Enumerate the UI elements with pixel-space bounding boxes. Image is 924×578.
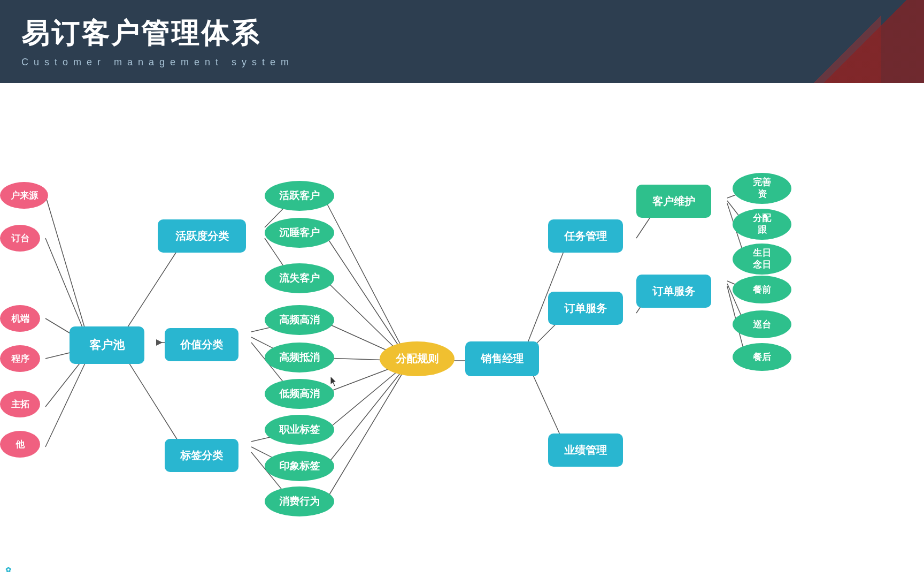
customer-maintain-node[interactable]: 客户维护: [636, 185, 711, 218]
expand-node: 主拓: [0, 391, 40, 417]
order-service-node[interactable]: 订单服务: [548, 292, 623, 325]
svg-line-24: [325, 364, 406, 432]
program-node: 程序: [0, 345, 40, 372]
page-title: 易订客户管理体系: [21, 15, 903, 52]
svg-line-18: [325, 199, 406, 356]
complete-info-node[interactable]: 完善资: [733, 173, 791, 204]
header: 易订客户管理体系 Customer management system: [0, 0, 924, 83]
consume-behavior-node[interactable]: 消费行为: [265, 486, 334, 516]
distribution-rule-node[interactable]: 分配规则: [380, 341, 455, 376]
diagram-canvas: 户来源 订台 机端 程序 主拓 他 客户池 活跃度分类 价值分类 标签分类 活跃…: [0, 83, 924, 578]
lost-customer-node[interactable]: 流失客户: [265, 263, 334, 293]
dormant-customer-node[interactable]: 沉睡客户: [265, 218, 334, 248]
page-subtitle: Customer management system: [21, 57, 903, 68]
value-class-node[interactable]: 价值分类: [165, 328, 238, 361]
impression-tag-node[interactable]: 印象标签: [265, 451, 334, 481]
perf-mgmt-node[interactable]: 业绩管理: [548, 434, 623, 467]
source-node: 户来源: [0, 182, 48, 209]
svg-line-25: [325, 366, 406, 468]
svg-line-6: [125, 244, 182, 332]
footer-watermark: ✿: [5, 566, 11, 574]
low-freq-high-node[interactable]: 低频高消: [265, 379, 334, 409]
high-freq-low-node[interactable]: 高频抵消: [265, 343, 334, 372]
other-node: 他: [0, 431, 40, 458]
post-meal-node[interactable]: 餐后: [733, 343, 791, 371]
sales-manager-node[interactable]: 销售经理: [465, 341, 539, 376]
distribute-node[interactable]: 分配跟: [733, 209, 791, 240]
customer-pool-node[interactable]: 客户池: [70, 326, 144, 364]
birthday-node[interactable]: 生日念日: [733, 244, 791, 275]
svg-line-0: [45, 195, 90, 345]
svg-line-5: [45, 353, 90, 447]
activity-class-node[interactable]: 活跃度分类: [158, 219, 246, 253]
svg-line-26: [325, 367, 406, 503]
patrol-node[interactable]: 巡台: [733, 310, 791, 338]
pre-meal-node[interactable]: 餐前: [733, 276, 791, 303]
task-mgmt-node[interactable]: 任务管理: [548, 219, 623, 253]
high-freq-high-node[interactable]: 高频高消: [265, 305, 334, 335]
mobile-node: 机端: [0, 305, 40, 332]
svg-line-8: [125, 356, 182, 447]
svg-line-19: [325, 234, 406, 358]
tag-class-node[interactable]: 标签分类: [165, 439, 238, 472]
order-service-right-node[interactable]: 订单服务: [636, 275, 711, 308]
platform-node: 订台: [0, 225, 40, 252]
mouse-cursor: [330, 376, 339, 385]
active-customer-node[interactable]: 活跃客户: [265, 181, 334, 211]
job-tag-node[interactable]: 职业标签: [265, 415, 334, 445]
